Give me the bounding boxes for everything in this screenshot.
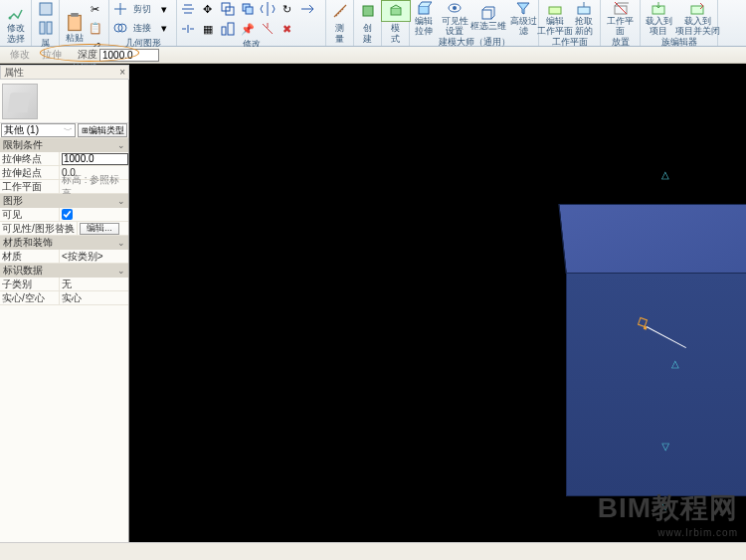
svg-rect-12 [222,27,226,35]
wp-value: 标高 : 参照标高 [60,180,128,193]
viewport-3d[interactable]: △ △ △ △ △ △ [129,80,746,542]
modify-tool[interactable] [1,0,31,23]
properties-tab[interactable]: 属性 × [0,65,129,80]
close-icon[interactable]: × [119,67,125,78]
group-create: 创建 [357,22,378,46]
control-down-icon[interactable]: △ [661,443,669,454]
end-label: 拉伸终点 [0,152,60,165]
collapse-icon: ⌄ [117,140,125,150]
section-materials[interactable]: 材质和装饰⌄ [0,236,128,250]
tab-modify[interactable]: 修改 [4,48,36,62]
section-constraint[interactable]: 限制条件⌄ [0,138,128,152]
override-button[interactable]: 编辑... [80,223,119,235]
svg-rect-16 [419,6,429,14]
props-icon[interactable] [37,0,55,18]
move-icon[interactable]: ✥ [199,0,217,18]
control-up-icon[interactable]: △ [661,169,669,180]
solid-label: 实心/空心 [0,291,60,304]
subcat-value[interactable]: 无 [60,278,128,290]
subcat-label: 子类别 [0,278,60,290]
edit-type-button[interactable]: ⊞ 编辑类型 [78,123,127,137]
group-mode: 模式 [385,22,406,46]
place-wp[interactable]: 工作平面 [604,0,637,36]
svg-rect-15 [391,8,401,15]
edit-wp[interactable]: 编辑 工作平面 [541,0,569,36]
load-project[interactable]: 载入到 项目 [641,0,676,36]
cursor-ray [647,326,686,348]
watermark-title: BIM教程网 [598,489,738,527]
scale-icon[interactable] [219,20,237,38]
box-3d[interactable]: 框选三维 [470,5,506,31]
ribbon: 修改 选择 属性 粘贴 ✂ 📋 🖌 剪贴板 剪切 ▾ 连 [0,0,746,47]
unpin-icon[interactable] [259,20,277,38]
cut-label: 剪切 [130,4,154,14]
align-icon[interactable] [179,0,197,18]
tab-extrude[interactable]: 拉伸 [36,48,68,62]
visible-checkbox[interactable] [62,209,73,220]
measure-icon[interactable] [325,0,355,22]
type-preview [0,80,128,123]
array-icon[interactable]: ▦ [199,20,217,38]
collapse-icon: ⌄ [117,196,125,206]
cut-icon[interactable]: ✂ [87,0,104,18]
type-selector[interactable]: 其他 (1)﹀ [1,123,76,137]
delete-icon[interactable]: ✖ [279,20,296,38]
mirror-icon[interactable] [259,0,277,18]
properties-title: 属性 [4,66,24,80]
create-icon[interactable] [353,0,383,22]
offset-icon[interactable] [219,0,237,18]
svg-rect-14 [363,6,373,16]
collapse-icon: ⌄ [117,266,125,276]
svg-rect-1 [40,3,52,15]
rotate-icon[interactable]: ↻ [279,0,296,18]
svg-rect-19 [482,10,491,19]
group-select: 选择 [3,33,28,46]
cut-geom-icon[interactable]: ▾ [155,0,173,18]
visibility-settings[interactable]: 可见性 设置 [440,0,469,36]
join-arrow-icon[interactable]: ▾ [155,19,173,37]
collapse-icon: ⌄ [117,238,125,248]
mode-icon[interactable] [381,0,411,22]
cursor-indicator [637,318,696,378]
start-label: 拉伸起点 [0,166,60,179]
pick-new[interactable]: 抢取 新的 [570,0,598,36]
solid-value[interactable]: 实心 [60,291,128,304]
preview-thumb-icon [2,84,38,119]
join-icon[interactable] [111,19,129,37]
watermark: BIM教程网 www.Irbim.com [598,489,738,538]
trim-icon[interactable] [298,0,316,18]
depth-label: 深度 [78,48,99,62]
depth-input[interactable] [99,49,159,62]
pin-icon[interactable]: 📌 [239,20,257,38]
section-graphics[interactable]: 图形⌄ [0,194,128,208]
load-close[interactable]: 载入到 项目并关闭 [677,0,717,36]
svg-rect-2 [40,22,45,34]
visible-label: 可见 [0,208,60,221]
properties-panel: 其他 (1)﹀ ⊞ 编辑类型 限制条件⌄ 拉伸终点 拉伸起点0.0 工作平面标高… [0,80,129,542]
props-icon2[interactable] [37,19,55,37]
svg-rect-11 [246,7,253,14]
join-label: 连接 [130,23,154,33]
material-label: 材质 [0,250,60,263]
section-identity[interactable]: 标识数据⌄ [0,264,128,278]
svg-rect-3 [47,22,52,34]
adv-filter[interactable]: 高级过滤 [507,0,539,36]
options-bar: 修改 拉伸 深度 [0,47,746,64]
svg-rect-20 [549,7,561,14]
modify-label: 修改 [7,23,25,33]
edit-extrude[interactable]: 编辑 拉伸 [409,0,439,36]
svg-rect-5 [71,13,79,17]
material-value[interactable]: <按类别> [60,250,128,263]
cope-icon[interactable] [111,0,129,18]
svg-rect-21 [578,7,590,14]
paste-button[interactable]: 粘贴 [65,13,85,43]
split-icon[interactable] [179,20,197,38]
group-measure: 测量 [329,22,350,46]
shape-front-face [566,273,746,496]
copy-icon[interactable]: 📋 [87,19,104,37]
copy2-icon[interactable] [239,0,257,18]
override-label: 可见性/图形替换 [0,222,78,235]
end-input[interactable] [62,153,128,165]
svg-rect-4 [68,16,81,31]
watermark-url: www.Irbim.com [598,527,738,538]
